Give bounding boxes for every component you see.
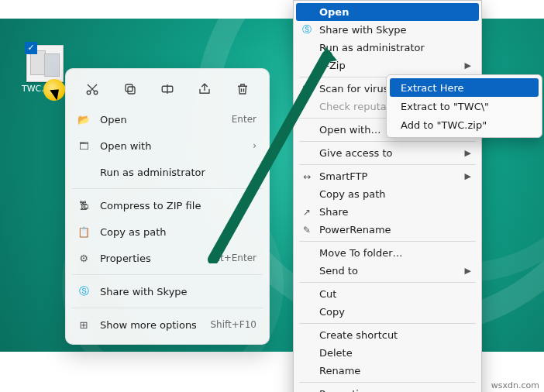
share-with-skype-icon: Ⓢ [301, 23, 313, 36]
menu-item-label: Delete [319, 347, 471, 359]
delete-icon[interactable] [232, 78, 253, 100]
copy-icon[interactable] [119, 78, 141, 100]
classic-item-cut[interactable]: Cut [296, 285, 479, 303]
cut-icon[interactable] [81, 78, 103, 100]
menu-item-label: PowerRename [319, 224, 471, 236]
share-icon[interactable] [194, 78, 215, 100]
svg-rect-2 [128, 87, 135, 94]
classic-item-rename[interactable]: Rename [296, 362, 479, 380]
classic-item-7-zip[interactable]: 7-Zip▶ [296, 57, 479, 74]
menu-item-label: Open with [100, 140, 243, 152]
selection-checkbox-icon: ✓ [25, 42, 37, 54]
chevron-right-icon: ▶ [465, 171, 471, 181]
menu-item-label: Show more options [100, 319, 201, 331]
menu-item-label: SmartFTP [319, 170, 459, 182]
menu-separator [299, 282, 476, 283]
classic-item-properties[interactable]: Properties [296, 385, 479, 392]
menu-item-share-skype[interactable]: Ⓢ Share with Skype [71, 278, 264, 304]
svg-point-1 [94, 91, 98, 95]
menu-item-label: Share with Skype [319, 24, 471, 36]
classic-item-delete[interactable]: Delete [296, 344, 479, 362]
classic-item-send-to[interactable]: Send to▶ [296, 262, 479, 280]
smartftp-icon: ↔ [301, 171, 313, 182]
menu-item-label: Copy as path [100, 226, 257, 238]
menu-item-label: Properties [319, 388, 471, 392]
classic-item-run-as-administrator[interactable]: Run as administrator [296, 39, 479, 57]
menu-item-label: Give access to [319, 147, 459, 159]
menu-item-properties[interactable]: ⚙ Properties Alt+Enter [71, 245, 264, 271]
menu-item-label: Add to "TWC.zip" [401, 119, 487, 131]
open-with-icon: 🗔 [77, 140, 91, 152]
copy-path-icon: 📋 [77, 226, 91, 238]
menu-item-label: Open [100, 114, 222, 126]
menu-item-label: Cut [319, 288, 471, 300]
watermark: wsxdn.com [491, 380, 539, 390]
menu-item-compress[interactable]: 🗜 Compress to ZIP file [71, 192, 264, 218]
classic-item-copy[interactable]: Copy [296, 303, 479, 321]
classic-item-smartftp[interactable]: ↔SmartFTP▶ [296, 167, 479, 185]
classic-item-share-with-skype[interactable]: ⓈShare with Skype [296, 21, 479, 39]
submenu-item-extract-here[interactable]: Extract Here [390, 78, 539, 97]
menu-separator [72, 274, 263, 275]
menu-item-show-more[interactable]: ⊞ Show more options Shift+F10 [71, 311, 264, 338]
menu-separator [299, 164, 476, 165]
chevron-right-icon: ▶ [465, 148, 471, 158]
menu-separator [299, 323, 476, 324]
chevron-right-icon: › [253, 140, 257, 151]
menu-item-copy-path[interactable]: 📋 Copy as path [71, 218, 264, 245]
menu-item-label: Run as administrator [100, 167, 257, 178]
menu-item-label: Rename [319, 365, 471, 377]
menu-separator [72, 308, 263, 308]
zip-icon: 🗜 [77, 200, 91, 211]
context-menu-modern: 📂 Open Enter 🗔 Open with › Run as admini… [65, 68, 270, 345]
rename-icon[interactable] [157, 78, 178, 100]
svg-rect-3 [126, 84, 133, 91]
share-icon: ↗ [301, 207, 313, 218]
submenu-item-add-to-twc-zip[interactable]: Add to "TWC.zip" [390, 115, 539, 134]
chevron-right-icon: ▶ [465, 266, 471, 276]
classic-item-create-shortcut[interactable]: Create shortcut [296, 326, 479, 344]
menu-item-hint: Shift+F10 [210, 319, 257, 330]
menu-item-label: Share [319, 206, 471, 218]
svg-point-0 [87, 91, 91, 95]
menu-item-label: Send to [319, 265, 459, 277]
submenu-item-extract-to-twc[interactable]: Extract to "TWC\" [390, 97, 539, 115]
powerrename-icon: ✎ [301, 225, 313, 236]
open-icon: 📂 [77, 114, 91, 126]
skype-icon: Ⓢ [77, 284, 91, 298]
menu-item-open[interactable]: 📂 Open Enter [71, 106, 264, 132]
classic-item-copy-as-path[interactable]: Copy as path [296, 185, 479, 203]
menu-item-label: Compress to ZIP file [100, 200, 257, 211]
scan-for-viruses-icon: 🛡 [301, 84, 313, 95]
quick-action-row [71, 75, 264, 106]
menu-item-label: Run as administrator [319, 42, 471, 53]
menu-item-label: 7-Zip [319, 60, 459, 71]
properties-icon: ⚙ [77, 253, 91, 264]
menu-item-label: Extract to "TWC\" [401, 101, 489, 112]
menu-item-run-admin[interactable]: Run as administrator [71, 159, 264, 185]
menu-item-label: Open [319, 6, 471, 18]
classic-item-give-access-to[interactable]: Give access to▶ [296, 144, 479, 162]
submenu-7zip: Extract HereExtract to "TWC\"Add to "TWC… [386, 74, 542, 138]
menu-item-label: Create shortcut [319, 329, 471, 341]
more-options-icon: ⊞ [77, 319, 91, 331]
menu-item-label: Extract Here [401, 82, 464, 94]
chevron-right-icon: ▶ [465, 60, 471, 70]
menu-item-label: Copy [319, 306, 471, 318]
menu-item-hint: Enter [232, 114, 257, 125]
context-menu-classic: OpenⓈShare with SkypeRun as administrato… [293, 0, 482, 392]
menu-item-hint: Alt+Enter [211, 253, 257, 263]
classic-item-powerrename[interactable]: ✎PowerRename [296, 221, 479, 239]
menu-item-open-with[interactable]: 🗔 Open with › [71, 132, 264, 159]
menu-item-label: Move To folder… [319, 247, 471, 259]
menu-separator [72, 188, 263, 189]
classic-item-move-to-folder[interactable]: Move To folder… [296, 244, 479, 262]
menu-item-label: Copy as path [319, 188, 471, 200]
menu-separator [299, 241, 476, 242]
classic-item-share[interactable]: ↗Share [296, 203, 479, 221]
menu-item-label: Share with Skype [100, 286, 257, 297]
menu-item-label: Properties [100, 253, 201, 264]
cursor-highlight-icon [43, 79, 65, 101]
classic-item-open[interactable]: Open [296, 3, 479, 21]
menu-separator [299, 382, 476, 383]
